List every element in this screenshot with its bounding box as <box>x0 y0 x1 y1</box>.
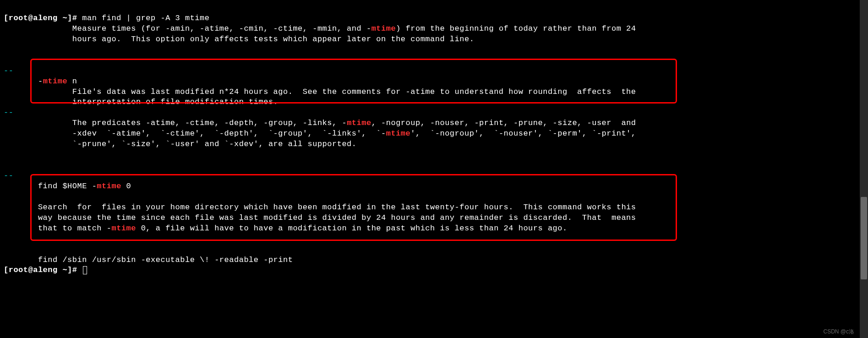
cursor-icon <box>83 266 87 274</box>
grep-separator: -- <box>4 108 13 117</box>
output-line: that to match - <box>4 224 111 233</box>
watermark-text: CSDN @c洛 <box>823 328 854 335</box>
output-line: File's data was last modified n*24 hours… <box>4 87 636 96</box>
output-line: find /sbin /usr/sbin -executable \! -rea… <box>4 256 293 264</box>
output-line: ) from the beginning of today rather tha… <box>396 24 636 33</box>
match-highlight: mtime <box>97 182 121 191</box>
output-line: - <box>4 77 43 86</box>
match-highlight: mtime <box>43 77 68 86</box>
grep-separator: -- <box>4 66 13 75</box>
shell-prompt: [root@aleng ~]# <box>4 14 82 22</box>
match-highlight: mtime <box>111 224 136 233</box>
terminal-output[interactable]: [root@aleng ~]# man find | grep -A 3 mti… <box>0 0 868 276</box>
shell-prompt: [root@aleng ~]# <box>4 266 82 274</box>
output-line: The predicates -atime, -ctime, -depth, -… <box>4 119 347 127</box>
output-line: hours ago. This option only affects test… <box>4 35 474 44</box>
command-text: man find | grep -A 3 mtime <box>82 14 209 22</box>
output-line: Search for files in your home directory … <box>4 203 636 212</box>
output-line: Measure times (for -amin, -atime, -cmin,… <box>4 24 371 33</box>
match-highlight: mtime <box>347 119 371 127</box>
match-highlight: mtime <box>371 24 396 33</box>
output-line: 0, a file will have to have a modificati… <box>136 224 568 233</box>
output-line: `-prune', `-size', `-user' and `-xdev', … <box>4 140 357 148</box>
scrollbar-track[interactable] <box>860 0 868 338</box>
output-line: n <box>67 77 77 86</box>
output-line: ', `-nogroup', `-nouser', `-perm', `-pri… <box>410 129 636 138</box>
output-line: 0 <box>121 182 131 191</box>
output-line: find $HOME - <box>4 182 97 191</box>
output-line: way because the time since each file was… <box>4 213 636 222</box>
output-line: interpretation of file modification time… <box>4 98 278 106</box>
output-line: -xdev `-atime', `-ctime', `-depth', `-gr… <box>4 129 386 138</box>
grep-separator: -- <box>4 171 13 180</box>
match-highlight: mtime <box>386 129 411 138</box>
output-line: , -nogroup, -nouser, -print, -prune, -si… <box>371 119 636 127</box>
scrollbar-thumb[interactable] <box>861 197 867 279</box>
